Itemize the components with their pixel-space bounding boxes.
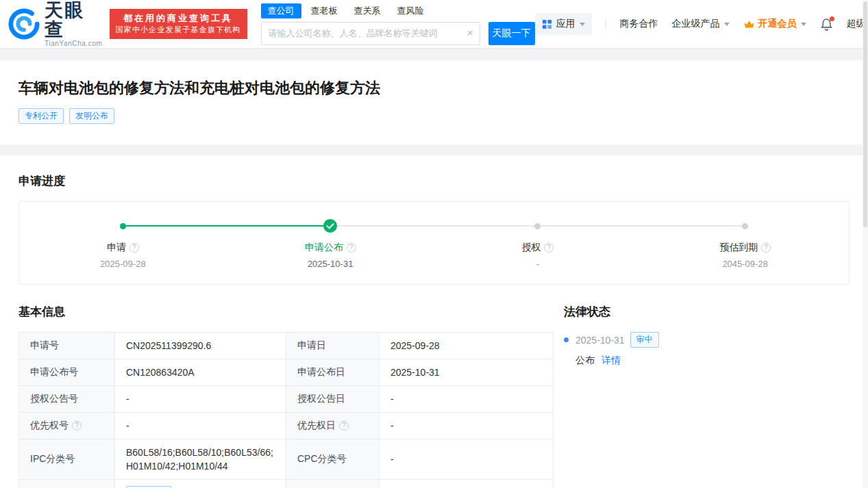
section-title-legal-status: 法律状态 <box>564 304 850 320</box>
scrollbar-thumb[interactable] <box>863 1 867 227</box>
search-input[interactable] <box>261 22 480 45</box>
help-icon[interactable]: ? <box>72 421 82 431</box>
search-input-wrap: × <box>261 22 480 45</box>
help-icon[interactable]: ? <box>544 243 554 253</box>
nav-enterprise-label: 企业级产品 <box>672 18 720 30</box>
clear-search-icon[interactable]: × <box>467 27 473 38</box>
basic-info-table: 申请号 CN202511399290.6 申请日 2025-09-28 申请公布… <box>18 332 554 488</box>
table-row: 专利类型 发明公布 受理局 - <box>19 480 554 488</box>
apps-grid-icon <box>542 19 552 29</box>
step-dot-pending <box>534 223 541 229</box>
info-label: 申请公布日 <box>286 359 380 386</box>
info-value: - <box>380 413 554 439</box>
info-value: - <box>380 480 554 488</box>
step-label: 申请公布 <box>305 242 343 254</box>
nav-open-vip[interactable]: 开通会员 <box>743 18 806 30</box>
info-label: 受理局 <box>286 480 380 488</box>
info-label: 优先权日 ? <box>286 413 380 439</box>
page-scrollbar[interactable] <box>863 0 868 488</box>
info-value: - <box>380 386 554 413</box>
step-label: 授权 <box>521 242 541 254</box>
chevron-down-icon <box>724 23 730 26</box>
timeline-bullet-icon <box>564 337 569 342</box>
info-value: 2025-09-28 <box>380 333 554 359</box>
info-value: - <box>380 439 554 480</box>
top-header: 天眼查 TianYanCha.com 都在用的商业查询工具 国家中小企业发展子基… <box>0 0 868 48</box>
application-progress-card: 申请 ? 2025-09-28 <box>18 201 850 285</box>
info-value: - <box>115 413 286 439</box>
legal-event-label: 公布 <box>575 355 595 365</box>
search-button[interactable]: 天眼一下 <box>488 22 535 45</box>
help-icon[interactable]: ? <box>761 243 771 253</box>
nav-business-label: 商务合作 <box>620 18 658 30</box>
info-label: 申请号 <box>19 333 115 359</box>
info-label: 授权公告日 <box>286 386 380 413</box>
section-title-progress: 申请进度 <box>18 173 850 189</box>
tab-search-boss[interactable]: 查老板 <box>304 3 345 18</box>
step-dot-pending <box>742 223 748 229</box>
nav-divider <box>606 18 606 29</box>
step-date: - <box>536 259 539 269</box>
step-date: 2045-09-28 <box>722 259 768 269</box>
info-label: CPC分类号 <box>286 439 380 480</box>
nav-business-cooperation[interactable]: 商务合作 <box>620 18 658 30</box>
section-title-basic-info: 基本信息 <box>18 304 553 320</box>
tianyancha-logo-icon <box>8 8 40 40</box>
crown-icon <box>743 20 755 29</box>
progress-step-grant: 授权 ? - <box>434 219 642 269</box>
patent-title-tags: 专利公开 发明公布 <box>18 108 850 124</box>
patent-status-tag: 专利公开 <box>18 108 64 124</box>
nav-notifications[interactable] <box>820 18 833 31</box>
patent-header-section: 车辆对电池包的修复方法和充电桩对电池包的修复方法 专利公开 发明公布 <box>0 60 868 144</box>
tab-search-company[interactable]: 查公司 <box>261 3 301 18</box>
table-row: 优先权号 ? - 优先权日 ? - <box>19 413 554 439</box>
slogan-badge: 都在用的商业查询工具 国家中小企业发展子基金旗下机构 <box>110 9 247 40</box>
info-value: B60L58/16;B60L58/10;B60L53/66;H01M10/42;… <box>115 439 286 480</box>
progress-step-publication: 申请公布 ? 2025-10-31 <box>227 219 434 269</box>
nav-apps[interactable]: 应用 <box>535 13 592 35</box>
slogan-line2: 国家中小企业发展子基金旗下机构 <box>116 25 241 36</box>
logo-brand-text: 天眼查 <box>45 1 103 40</box>
info-value: 发明公布 <box>115 480 286 488</box>
legal-status-panel: 法律状态 2025-10-31 审中 公布 详情 <box>553 304 850 367</box>
legal-detail-link[interactable]: 详情 <box>602 355 621 365</box>
help-icon[interactable]: ? <box>129 243 139 253</box>
help-icon[interactable]: ? <box>339 421 349 431</box>
progress-step-apply: 申请 ? 2025-09-28 <box>19 219 227 269</box>
logo-domain-text: TianYanCha.com <box>45 40 103 47</box>
slogan-line1: 都在用的商业查询工具 <box>116 12 241 25</box>
notification-badge-dot <box>830 16 834 21</box>
chevron-down-icon <box>580 23 585 26</box>
nav-apps-label: 应用 <box>556 18 575 30</box>
help-icon[interactable]: ? <box>347 243 356 253</box>
info-value: CN120863420A <box>115 359 286 386</box>
patent-title: 车辆对电池包的修复方法和充电桩对电池包的修复方法 <box>18 78 850 99</box>
nav-vip-label: 开通会员 <box>758 18 797 30</box>
step-dot-done <box>120 223 126 229</box>
search-block: 查公司 查老板 查关系 查风险 × 天眼一下 <box>261 3 535 45</box>
info-label: 申请日 <box>286 333 380 359</box>
step-check-icon <box>323 219 337 233</box>
step-date: 2025-10-31 <box>308 259 354 269</box>
patent-type-tag: 发明公布 <box>69 108 114 124</box>
legal-status-tag: 审中 <box>630 332 659 348</box>
info-label: IPC分类号 <box>19 439 115 480</box>
info-label: 优先权号 ? <box>19 413 115 439</box>
tianyancha-logo[interactable]: 天眼查 TianYanCha.com <box>8 1 103 48</box>
tab-search-relation[interactable]: 查关系 <box>347 3 388 18</box>
header-nav: 应用 商务合作 企业级产品 开通会员 <box>535 13 868 35</box>
table-row: 申请公布号 CN120863420A 申请公布日 2025-10-31 <box>19 359 554 386</box>
patent-detail-section: 申请进度 申请 ? 2025-09-28 <box>0 155 868 488</box>
tab-search-risk[interactable]: 查风险 <box>390 3 431 18</box>
info-value: - <box>115 386 286 413</box>
info-label: 申请公布号 <box>19 359 115 386</box>
chevron-down-icon <box>801 23 806 26</box>
info-label: 专利类型 <box>19 480 115 488</box>
nav-enterprise-products[interactable]: 企业级产品 <box>672 18 730 30</box>
info-value: CN202511399290.6 <box>115 333 286 359</box>
table-row: 授权公告号 - 授权公告日 - <box>19 386 554 413</box>
step-label: 预估到期 <box>719 242 758 254</box>
progress-step-estimated-expiry: 预估到期 ? 2045-09-28 <box>641 219 849 269</box>
info-value: 2025-10-31 <box>380 359 554 386</box>
basic-info-panel: 基本信息 申请号 CN202511399290.6 申请日 2025-09-28… <box>18 304 553 488</box>
